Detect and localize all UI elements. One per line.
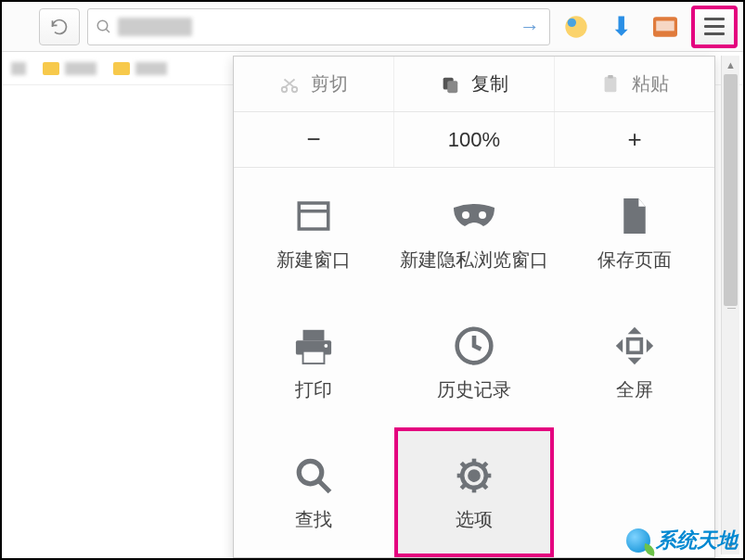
page-icon <box>618 196 651 236</box>
clipboard-icon <box>600 74 621 95</box>
menu-button[interactable] <box>691 6 738 48</box>
bookmark-item[interactable] <box>113 62 167 75</box>
folder-icon <box>43 62 59 75</box>
svg-point-31 <box>469 471 478 479</box>
new-private-label: 新建隐私浏览窗口 <box>400 248 548 271</box>
zoom-row: − 100% + <box>234 112 714 168</box>
main-menu-panel: 剪切 复制 粘贴 − 100% + 新建窗口 新建隐私浏览窗口 保存页面 <box>233 56 715 558</box>
minus-icon: − <box>306 125 320 154</box>
bookmark-item[interactable] <box>43 62 96 75</box>
history-label: 历史记录 <box>437 377 511 402</box>
watermark: 系统天地 <box>626 527 738 554</box>
copy-label: 复制 <box>471 71 508 96</box>
magnifier-icon <box>294 456 333 495</box>
svg-line-37 <box>483 484 487 488</box>
svg-rect-12 <box>605 76 617 92</box>
svg-line-29 <box>319 480 330 491</box>
scroll-up-button[interactable]: ▲ <box>722 56 739 74</box>
copy-icon <box>440 74 460 95</box>
menu-grid: 新建窗口 新建隐私浏览窗口 保存页面 打印 历史记录 全屏 查找 选项 <box>234 168 714 557</box>
zoom-level[interactable]: 100% <box>394 112 555 167</box>
globe-icon <box>626 528 650 553</box>
folder-icon <box>113 62 130 75</box>
printer-icon <box>292 326 335 365</box>
print-button[interactable]: 打印 <box>234 298 394 427</box>
svg-point-16 <box>462 211 469 219</box>
bookmark-star-icon <box>563 14 589 40</box>
gear-icon <box>454 455 495 496</box>
find-button[interactable]: 查找 <box>234 427 394 557</box>
svg-rect-20 <box>303 350 325 363</box>
save-page-button[interactable]: 保存页面 <box>554 168 714 298</box>
svg-line-39 <box>483 463 487 466</box>
svg-marker-24 <box>627 357 641 363</box>
cut-button[interactable]: 剪切 <box>234 57 394 111</box>
hamburger-icon <box>704 18 725 35</box>
zoom-level-text: 100% <box>448 128 500 152</box>
copy-button[interactable]: 复制 <box>394 57 555 111</box>
bookmark-item[interactable] <box>11 62 26 75</box>
find-label: 查找 <box>295 507 332 532</box>
scroll-thumb[interactable] <box>724 74 738 306</box>
svg-point-2 <box>565 16 586 37</box>
fullscreen-label: 全屏 <box>616 377 653 402</box>
svg-marker-23 <box>627 326 641 333</box>
fox-icon <box>653 17 677 37</box>
print-label: 打印 <box>295 377 332 402</box>
svg-line-36 <box>461 463 465 466</box>
cut-label: 剪切 <box>311 71 348 96</box>
svg-rect-11 <box>447 81 457 93</box>
save-page-label: 保存页面 <box>597 248 672 273</box>
svg-marker-26 <box>646 338 652 352</box>
toolbar-shortcut-2[interactable] <box>647 8 684 45</box>
fullscreen-icon <box>614 325 655 366</box>
scroll-divider <box>727 308 736 317</box>
options-label: 选项 <box>456 507 493 532</box>
paste-label: 粘贴 <box>632 71 669 96</box>
go-arrow-icon[interactable]: → <box>520 15 540 39</box>
browser-toolbar: → ⬇ <box>2 2 743 52</box>
svg-point-21 <box>325 344 328 348</box>
svg-rect-27 <box>627 338 641 352</box>
svg-rect-13 <box>608 74 613 78</box>
vertical-scrollbar[interactable]: ▲ ▼ <box>721 56 739 554</box>
zoom-out-button[interactable]: − <box>234 112 394 167</box>
options-button[interactable]: 选项 <box>394 427 555 557</box>
fullscreen-button[interactable]: 全屏 <box>554 298 714 427</box>
svg-line-1 <box>106 29 109 32</box>
toolbar-shortcut-1[interactable] <box>558 8 595 45</box>
window-icon <box>294 197 333 235</box>
new-window-button[interactable]: 新建窗口 <box>234 168 394 298</box>
search-icon <box>96 19 112 35</box>
history-button[interactable]: 历史记录 <box>394 298 555 427</box>
download-icon: ⬇ <box>610 11 632 42</box>
svg-point-28 <box>300 461 323 484</box>
scissors-icon <box>279 74 300 95</box>
plus-icon: + <box>627 125 641 154</box>
svg-rect-14 <box>300 203 329 229</box>
reload-button[interactable] <box>39 8 80 45</box>
svg-line-38 <box>461 484 465 488</box>
search-blurred-text <box>118 18 192 36</box>
svg-rect-19 <box>303 329 325 339</box>
paste-button[interactable]: 粘贴 <box>555 57 714 111</box>
svg-point-0 <box>97 20 108 31</box>
search-input[interactable]: → <box>87 8 550 45</box>
clock-icon <box>454 325 495 366</box>
svg-point-3 <box>568 18 576 26</box>
new-window-label: 新建窗口 <box>276 248 351 273</box>
svg-point-17 <box>479 211 486 219</box>
downloads-button[interactable]: ⬇ <box>602 8 639 45</box>
zoom-in-button[interactable]: + <box>555 112 714 167</box>
reload-icon <box>50 18 69 36</box>
mask-icon <box>452 203 496 231</box>
clipboard-row: 剪切 复制 粘贴 <box>234 57 714 112</box>
svg-marker-25 <box>615 338 622 352</box>
svg-rect-5 <box>656 20 674 31</box>
new-private-window-button[interactable]: 新建隐私浏览窗口 <box>394 168 555 298</box>
watermark-text: 系统天地 <box>656 527 738 554</box>
